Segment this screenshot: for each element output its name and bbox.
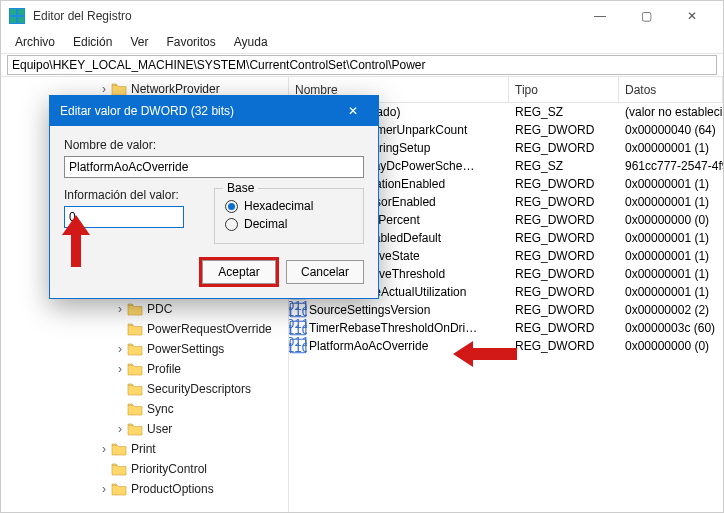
tree-item[interactable]: ›PowerSettings [1, 339, 288, 359]
tree-item[interactable]: Sync [1, 399, 288, 419]
radio-hex[interactable]: Hexadecimal [225, 199, 353, 213]
chevron-right-icon[interactable]: › [97, 442, 111, 456]
list-row[interactable]: 011110TimerRebaseThresholdOnDri…REG_DWOR… [289, 319, 723, 337]
tree-item[interactable]: PowerRequestOverride [1, 319, 288, 339]
base-group: Base Hexadecimal Decimal [214, 188, 364, 244]
value-data: 0x00000001 (1) [619, 177, 723, 191]
window-title: Editor del Registro [33, 9, 132, 23]
maximize-button[interactable]: ▢ [623, 1, 669, 31]
folder-icon [127, 362, 143, 376]
radio-hex-indicator [225, 200, 238, 213]
value-data: 961cc777-2547-4f9d-81 [619, 159, 723, 173]
tree-item-label: Sync [147, 402, 174, 416]
chevron-right-icon[interactable]: › [113, 422, 127, 436]
folder-icon [111, 482, 127, 496]
tree-item[interactable]: ›Print [1, 439, 288, 459]
tree-item-label: Print [131, 442, 156, 456]
menu-edit[interactable]: Edición [65, 33, 120, 51]
value-data: 0x00000001 (1) [619, 267, 723, 281]
menu-help[interactable]: Ayuda [226, 33, 276, 51]
folder-icon [127, 382, 143, 396]
minimize-button[interactable]: — [577, 1, 623, 31]
address-input[interactable]: Equipo\HKEY_LOCAL_MACHINE\SYSTEM\Current… [7, 55, 717, 75]
col-header-type[interactable]: Tipo [509, 77, 619, 102]
svg-rect-3 [18, 17, 24, 23]
tree-item[interactable]: PriorityControl [1, 459, 288, 479]
value-type: REG_DWORD [509, 123, 619, 137]
radio-dec-indicator [225, 218, 238, 231]
radio-dec[interactable]: Decimal [225, 217, 353, 231]
svg-text:110: 110 [289, 322, 307, 337]
menu-favorites[interactable]: Favoritos [158, 33, 223, 51]
value-data: 0x00000000 (0) [619, 213, 723, 227]
dword-value-icon: 011110 [289, 301, 307, 319]
tree-item[interactable]: ›ProductOptions [1, 479, 288, 499]
dword-value-icon: 011110 [289, 337, 307, 355]
value-type: REG_DWORD [509, 249, 619, 263]
tree-item[interactable]: SecurityDescriptors [1, 379, 288, 399]
value-data: 0x00000002 (2) [619, 303, 723, 317]
svg-marker-44 [62, 215, 90, 267]
tree-item[interactable]: ›PDC [1, 299, 288, 319]
value-name: TimerRebaseThresholdOnDri… [307, 321, 509, 335]
value-data: 0x00000001 (1) [619, 195, 723, 209]
folder-icon [127, 402, 143, 416]
label-value-data: Información del valor: [64, 188, 184, 202]
tree-item[interactable]: ›Profile [1, 359, 288, 379]
value-data: 0x00000001 (1) [619, 231, 723, 245]
value-type: REG_DWORD [509, 339, 619, 353]
cancel-button[interactable]: Cancelar [286, 260, 364, 284]
svg-rect-0 [10, 9, 16, 15]
chevron-right-icon[interactable]: › [113, 302, 127, 316]
chevron-right-icon[interactable]: › [97, 82, 111, 96]
address-path: Equipo\HKEY_LOCAL_MACHINE\SYSTEM\Current… [12, 58, 426, 72]
value-data: 0x00000000 (0) [619, 339, 723, 353]
value-data: 0x00000001 (1) [619, 285, 723, 299]
folder-icon [127, 302, 143, 316]
svg-text:110: 110 [289, 304, 307, 319]
menu-view[interactable]: Ver [122, 33, 156, 51]
base-legend: Base [223, 181, 258, 195]
svg-rect-1 [18, 9, 24, 15]
folder-icon [127, 322, 143, 336]
value-type: REG_DWORD [509, 321, 619, 335]
svg-text:110: 110 [289, 340, 307, 355]
folder-icon [111, 82, 127, 96]
value-type: REG_DWORD [509, 285, 619, 299]
folder-icon [111, 462, 127, 476]
value-data: (valor no establecido) [619, 105, 723, 119]
ok-button[interactable]: Aceptar [202, 260, 276, 284]
list-row[interactable]: 011110SourceSettingsVersionREG_DWORD0x00… [289, 301, 723, 319]
tree-item-label: PowerRequestOverride [147, 322, 272, 336]
dialog-close-button[interactable]: ✕ [338, 104, 368, 118]
value-type: REG_DWORD [509, 213, 619, 227]
arrow-annotation-row [453, 341, 517, 367]
menu-file[interactable]: Archivo [7, 33, 63, 51]
col-header-data[interactable]: Datos [619, 77, 723, 102]
edit-dword-dialog: Editar valor de DWORD (32 bits) ✕ Nombre… [49, 95, 379, 299]
close-button[interactable]: ✕ [669, 1, 715, 31]
tree-item-label: SecurityDescriptors [147, 382, 251, 396]
value-type: REG_SZ [509, 105, 619, 119]
chevron-right-icon[interactable]: › [113, 342, 127, 356]
tree-item[interactable]: ›User [1, 419, 288, 439]
value-type: REG_DWORD [509, 231, 619, 245]
value-data: 0x00000001 (1) [619, 141, 723, 155]
radio-hex-label: Hexadecimal [244, 199, 313, 213]
value-name: SourceSettingsVersion [307, 303, 509, 317]
input-value-name[interactable] [64, 156, 364, 178]
value-type: REG_DWORD [509, 303, 619, 317]
value-type: REG_DWORD [509, 177, 619, 191]
chevron-right-icon[interactable]: › [97, 482, 111, 496]
folder-icon [111, 442, 127, 456]
app-icon [9, 8, 25, 24]
tree-item-label: User [147, 422, 172, 436]
chevron-right-icon[interactable]: › [113, 362, 127, 376]
tree-item-label: PowerSettings [147, 342, 224, 356]
value-type: REG_DWORD [509, 267, 619, 281]
tree-item-label: PriorityControl [131, 462, 207, 476]
svg-rect-2 [10, 17, 16, 23]
label-value-name: Nombre de valor: [64, 138, 364, 152]
radio-dec-label: Decimal [244, 217, 287, 231]
value-type: REG_DWORD [509, 195, 619, 209]
